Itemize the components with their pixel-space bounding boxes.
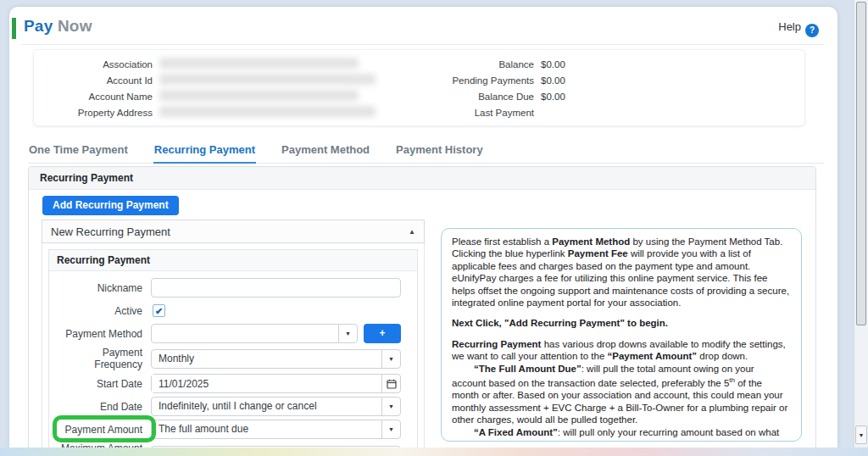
recurring-payment-panel: Recurring Payment Add Recurring Payment …	[28, 166, 816, 456]
account-id-value-redacted	[159, 74, 376, 85]
property-address-label: Property Address	[34, 108, 153, 118]
recurring-payment-panel-title: Recurring Payment	[29, 167, 815, 190]
instructions-paragraph: Recurring Payment has various drop downs…	[452, 338, 791, 363]
start-date-field	[151, 374, 401, 393]
account-id-label: Account Id	[34, 75, 153, 86]
account-name-label: Account Name	[34, 92, 153, 102]
vertical-scrollbar[interactable]: ▼	[854, 0, 868, 456]
payment-amount-label: Payment Amount	[56, 424, 142, 436]
payment-method-row: Payment Method ▼ +	[56, 324, 417, 343]
page-title: Pay Now	[24, 17, 92, 36]
balance-due-label: Balance Due	[407, 92, 534, 102]
new-recurring-payment-header[interactable]: New Recurring Payment ▲	[42, 220, 425, 243]
account-row-balance: Balance $0.00	[407, 56, 687, 72]
chevron-down-icon[interactable]: ▼	[381, 420, 400, 438]
tab-recurring-payment[interactable]: Recurring Payment	[153, 141, 256, 164]
payment-frequency-select[interactable]: Monthly ▼	[151, 349, 401, 369]
page-title-secondary: Now	[58, 17, 92, 35]
nickname-input[interactable]	[151, 278, 401, 298]
nickname-label: Nickname	[56, 282, 142, 294]
start-date-label: Start Date	[56, 378, 142, 390]
end-date-select[interactable]: Indefinitely, until I change or cancel ▼	[151, 397, 401, 416]
new-recurring-payment-body: Recurring Payment Nickname Active ✔	[42, 243, 425, 456]
title-divider	[21, 44, 824, 45]
account-name-value-redacted	[159, 90, 359, 101]
main-card: Pay Now Help? Association Account Id A	[9, 7, 837, 456]
add-recurring-payment-button[interactable]: Add Recurring Payment	[42, 196, 179, 215]
add-payment-method-button[interactable]: +	[364, 324, 401, 343]
account-summary-box: Association Account Id Account Name Prop…	[33, 49, 805, 126]
balance-value: $0.00	[541, 59, 565, 70]
account-row-account-name: Account Name	[34, 88, 398, 104]
payment-amount-select[interactable]: The full amount due ▼	[151, 420, 401, 439]
instructions-panel: Please first establish a Payment Method …	[441, 228, 802, 442]
end-date-label: End Date	[56, 401, 142, 413]
instructions-paragraph: “A Fixed Amount”: will pull only your re…	[452, 426, 791, 442]
bottom-gradient-strip	[0, 448, 868, 456]
active-checkbox[interactable]: ✔	[153, 304, 165, 317]
payment-frequency-value: Monthly	[152, 350, 381, 368]
payment-amount-row: Payment Amount The full amount due ▼	[56, 420, 417, 439]
nickname-row: Nickname	[56, 278, 417, 298]
payment-method-select[interactable]: ▼	[151, 324, 358, 343]
active-row: Active ✔	[56, 301, 417, 320]
title-accent-bar	[12, 18, 16, 39]
pending-payments-label: Pending Payments	[407, 75, 534, 86]
payment-amount-value: The full amount due	[152, 420, 381, 438]
chevron-down-icon[interactable]: ▼	[338, 325, 357, 342]
pay-now-page: Pay Now Help? Association Account Id A	[0, 0, 868, 456]
end-date-row: End Date Indefinitely, until I change or…	[56, 397, 417, 416]
tab-one-time-payment[interactable]: One Time Payment	[28, 141, 129, 163]
instructions-paragraph: “The Full Amount Due”: will pull the tot…	[452, 363, 791, 426]
payment-method-label: Payment Method	[56, 328, 142, 340]
recurring-payment-form-body: Nickname Active ✔ Payment Method	[49, 271, 417, 456]
account-row-association: Association	[34, 56, 398, 72]
payment-frequency-row: Payment Frequency Monthly ▼	[56, 347, 417, 370]
account-row-balance-due: Balance Due $0.00	[407, 88, 687, 104]
scrollbar-thumb[interactable]	[856, 2, 866, 325]
calendar-icon[interactable]	[381, 375, 400, 392]
end-date-value: Indefinitely, until I change or cancel	[152, 398, 381, 415]
payment-tabs: One Time Payment Recurring Payment Payme…	[28, 141, 824, 164]
recurring-payment-form-title: Recurring Payment	[49, 250, 417, 271]
last-payment-label: Last Payment	[407, 108, 534, 118]
recurring-payment-form-panel: Recurring Payment Nickname Active ✔	[48, 249, 418, 456]
account-row-account-id: Account Id	[34, 72, 398, 88]
pending-payments-value: $0.00	[541, 75, 565, 86]
page-title-primary: Pay	[24, 17, 53, 35]
collapse-icon[interactable]: ▲	[409, 220, 415, 244]
account-summary-right: Balance $0.00 Pending Payments $0.00 Bal…	[407, 56, 687, 120]
new-recurring-payment-title: New Recurring Payment	[51, 225, 170, 238]
account-row-property-address: Property Address	[34, 104, 398, 120]
active-label: Active	[56, 305, 142, 317]
account-summary-left: Association Account Id Account Name Prop…	[34, 56, 398, 120]
instructions-paragraph: Next Click, "Add Recurring Payment" to b…	[452, 317, 791, 329]
account-row-pending-payments: Pending Payments $0.00	[407, 72, 687, 88]
association-value-redacted	[159, 58, 359, 69]
chevron-down-icon[interactable]: ▼	[381, 350, 400, 368]
start-date-input[interactable]	[152, 375, 381, 392]
help-icon[interactable]: ?	[805, 24, 819, 37]
chevron-down-icon[interactable]: ▼	[381, 398, 400, 415]
balance-due-value: $0.00	[541, 92, 565, 102]
property-address-value-redacted	[159, 106, 376, 117]
new-recurring-payment-accordion: New Recurring Payment ▲ Recurring Paymen…	[42, 220, 425, 456]
start-date-row: Start Date	[56, 374, 417, 393]
account-row-last-payment: Last Payment	[407, 104, 687, 120]
balance-label: Balance	[407, 59, 534, 70]
association-label: Association	[34, 59, 153, 70]
scrollbar-down-button[interactable]: ▼	[855, 425, 867, 444]
tab-payment-history[interactable]: Payment History	[395, 141, 484, 163]
help-label: Help	[778, 20, 801, 33]
tab-payment-method[interactable]: Payment Method	[281, 141, 370, 163]
instructions-paragraph: Please first establish a Payment Method …	[452, 236, 791, 309]
help-link[interactable]: Help?	[778, 20, 819, 37]
title-row: Pay Now Help?	[9, 17, 837, 42]
payment-method-value	[152, 325, 338, 342]
payment-frequency-label: Payment Frequency	[56, 347, 142, 370]
